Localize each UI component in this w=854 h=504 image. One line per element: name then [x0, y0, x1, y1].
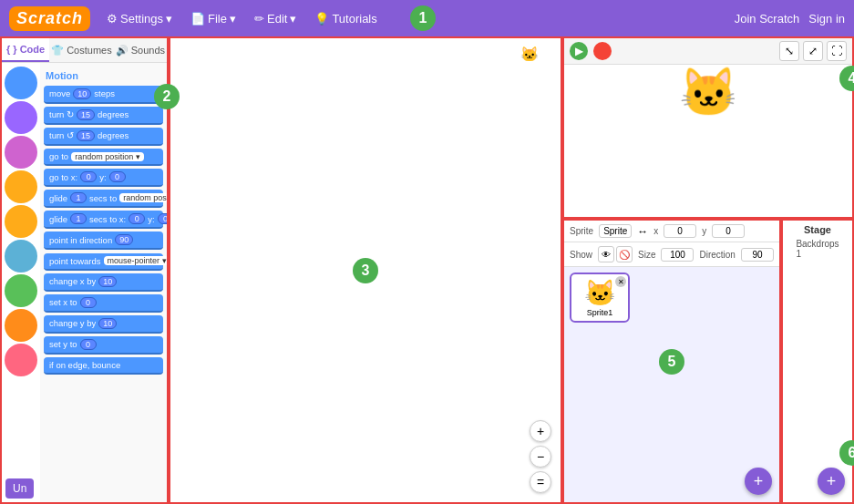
sprite-list: ✕ 🐱 Sprite1: [564, 267, 779, 502]
block-set-y[interactable]: set y to 0: [44, 336, 163, 355]
blocks-list: Motion move 10 steps turn ↻ 15 degrees t…: [40, 63, 167, 502]
block-glide-xy[interactable]: glide 1 secs to x: 0 y: 0: [44, 211, 163, 229]
category-events[interactable]: [5, 170, 37, 203]
stop-button[interactable]: [593, 42, 612, 60]
block-change-y[interactable]: change y by 10: [44, 315, 163, 334]
block-goto-xy[interactable]: go to x: 0 y: 0: [44, 169, 163, 187]
blocks-area: Motion move 10 steps turn ↻ 15 degrees t…: [2, 63, 167, 502]
costume-icon: 👕: [51, 45, 64, 57]
expand-stage-button[interactable]: ⤢: [803, 41, 823, 61]
block-if-on-edge[interactable]: if on edge, bounce: [44, 357, 163, 375]
sprite-name-input[interactable]: [599, 224, 632, 238]
sprite-card-image: 🐱: [584, 278, 616, 308]
code-area: 🐱 + − = 3: [169, 36, 562, 504]
arrow-icon: ↔: [637, 225, 648, 238]
block-move[interactable]: move 10 steps: [44, 86, 163, 104]
join-scratch-link[interactable]: Join Scratch: [735, 12, 800, 26]
sprite-stage-area: Sprite ↔ x y Show 👁 🚫 Size Dir: [562, 219, 854, 504]
code-icon: { }: [6, 44, 17, 55]
category-control[interactable]: [5, 205, 37, 238]
edit-menu[interactable]: ✏ Edit ▾: [247, 8, 304, 29]
block-point-direction[interactable]: point in direction 90: [44, 231, 163, 250]
backdrop-label: Backdrops 1: [796, 239, 839, 259]
sprite-direction-input[interactable]: [741, 248, 774, 262]
stage-tab-panel: Stage Backdrops 1 + 6: [781, 219, 854, 504]
tab-sounds[interactable]: 🔊 Sounds: [114, 38, 167, 62]
green-flag-button[interactable]: ▶: [570, 42, 588, 60]
block-change-x[interactable]: change x by 10: [44, 273, 163, 292]
editor-tabs: { } Code 👕 Costumes 🔊 Sounds: [2, 38, 167, 63]
un-button[interactable]: Un: [5, 478, 34, 499]
sprite-label: Sprite: [570, 226, 593, 236]
add-backdrop-button[interactable]: +: [818, 468, 845, 495]
category-motion[interactable]: [5, 67, 37, 99]
lightbulb-icon: 💡: [314, 12, 329, 26]
left-panel: { } Code 👕 Costumes 🔊 Sounds: [0, 36, 169, 504]
badge-1: 1: [410, 5, 436, 31]
block-goto-random[interactable]: go to random position ▾: [44, 149, 163, 166]
sound-icon: 🔊: [116, 45, 129, 57]
file-icon: 📄: [190, 12, 205, 26]
tab-code[interactable]: { } Code: [2, 38, 49, 62]
x-label: x: [653, 226, 658, 236]
sprite-delete-button[interactable]: ✕: [615, 276, 626, 287]
sprite-card-sprite1[interactable]: ✕ 🐱 Sprite1: [570, 273, 630, 323]
direction-label: Direction: [699, 250, 735, 260]
sprite-size-input[interactable]: [661, 248, 694, 262]
fullscreen-button[interactable]: ⛶: [827, 41, 847, 61]
sprite-y-input[interactable]: [712, 224, 745, 238]
tab-costumes[interactable]: 👕 Costumes: [49, 38, 114, 62]
stage-panel-label: Stage: [804, 224, 831, 235]
category-variables[interactable]: [5, 309, 37, 342]
size-label: Size: [638, 250, 655, 260]
category-sound[interactable]: [5, 136, 37, 169]
sprite-x-input[interactable]: [664, 224, 696, 238]
sign-in-link[interactable]: Sign in: [808, 12, 845, 26]
show-visible-button[interactable]: 👁: [598, 246, 614, 262]
category-list: [2, 63, 40, 502]
right-panel: ▶ ⤡ ⤢ ⛶ 🐱 4 Sprite ↔: [562, 36, 854, 504]
y-label: y: [702, 226, 706, 236]
zoom-fit-button[interactable]: =: [530, 471, 551, 493]
block-set-x[interactable]: set x to 0: [44, 294, 163, 313]
block-turn-cw[interactable]: turn ↻ 15 degrees: [44, 107, 163, 125]
gear-icon: ⚙: [107, 12, 118, 26]
sprite-canvas-thumb: 🐱: [520, 46, 553, 78]
badge-6: 6: [839, 440, 854, 466]
chevron-down-icon: ▾: [290, 12, 296, 26]
top-nav: Scratch ⚙ Settings ▾ 📄 File ▾ ✏ Edit ▾ 💡…: [0, 0, 854, 36]
code-canvas[interactable]: 🐱 + − =: [170, 38, 561, 502]
show-label: Show: [570, 250, 592, 260]
scratch-logo: Scratch: [9, 6, 90, 31]
category-looks[interactable]: [5, 101, 37, 134]
zoom-controls: + − =: [530, 420, 551, 493]
cat-sprite: 🐱: [679, 65, 738, 120]
shrink-stage-button[interactable]: ⤡: [779, 41, 799, 61]
edit-icon: ✏: [254, 12, 264, 26]
chevron-down-icon: ▾: [230, 12, 236, 26]
main-area: { } Code 👕 Costumes 🔊 Sounds: [0, 36, 854, 504]
block-glide-random[interactable]: glide 1 secs to random position ▾: [44, 190, 163, 208]
show-icons: 👁 🚫: [598, 246, 633, 262]
nav-right: Join Scratch Sign in: [735, 12, 845, 26]
file-menu[interactable]: 📄 File ▾: [183, 8, 243, 29]
block-turn-ccw[interactable]: turn ↺ 15 degrees: [44, 128, 163, 146]
stage-preview: ▶ ⤡ ⤢ ⛶ 🐱 4: [562, 36, 854, 219]
tutorials-menu[interactable]: 💡 Tutorials: [307, 8, 384, 29]
category-operators[interactable]: [5, 274, 37, 307]
stage-controls: ▶ ⤡ ⤢ ⛶: [564, 38, 852, 65]
settings-menu[interactable]: ⚙ Settings ▾: [99, 8, 180, 29]
sprite-info-bar: Sprite ↔ x y: [564, 221, 779, 242]
show-hidden-button[interactable]: 🚫: [616, 246, 633, 262]
sprite-panel: Sprite ↔ x y Show 👁 🚫 Size Dir: [562, 219, 781, 504]
block-point-towards[interactable]: point towards mouse-pointer ▾: [44, 253, 163, 271]
zoom-out-button[interactable]: −: [530, 446, 551, 468]
add-sprite-button[interactable]: +: [745, 468, 772, 495]
sprite-info-bar-2: Show 👁 🚫 Size Direction: [564, 242, 779, 267]
category-my-blocks[interactable]: [5, 344, 37, 376]
zoom-in-button[interactable]: +: [530, 420, 551, 442]
stage-canvas: 🐱: [564, 65, 852, 120]
motion-section-title: Motion: [46, 70, 163, 81]
category-sensing[interactable]: [5, 240, 37, 273]
sprite-card-name: Sprite1: [587, 308, 613, 317]
